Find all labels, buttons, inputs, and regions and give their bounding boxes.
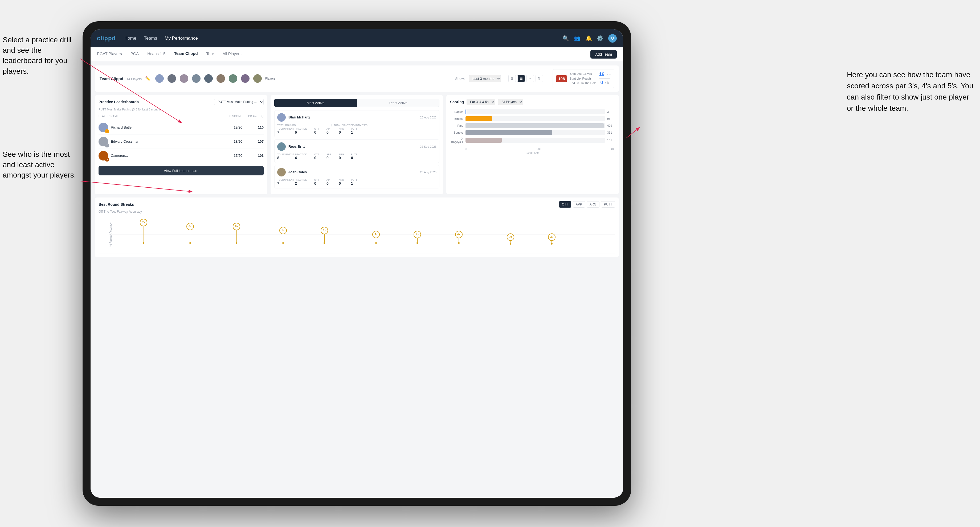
- pc2-arg-col: ARG 0: [339, 153, 349, 160]
- shot-details: Shot Dist: 16 yds Start Lie: Rough End L…: [570, 71, 596, 86]
- practice-leaderboards-panel: Practice Leaderboards PUTT Must Make Put…: [95, 95, 267, 194]
- pc3-arg-col: ARG 0: [339, 179, 349, 186]
- pc-name-3: Josh Coles: [288, 170, 417, 174]
- top-nav: clippd Home Teams My Performance 🔍 👥 🔔 ⚙…: [91, 29, 623, 48]
- birdies-track: [466, 116, 605, 121]
- ipad-screen: clippd Home Teams My Performance 🔍 👥 🔔 ⚙…: [91, 29, 623, 498]
- pc3-app-col: APP 0: [326, 179, 337, 186]
- pars-value: 499: [607, 124, 615, 127]
- left-bottom-annotation: See who is the most and least active amo…: [3, 149, 77, 181]
- player-avatar-9: [253, 74, 262, 83]
- bar-row-eagles: Eagles 3: [450, 110, 615, 114]
- lb-row-1: 1 Richard Butler 19/20 110: [99, 121, 264, 135]
- lb-panel-title: Practice Leaderboards: [99, 100, 139, 104]
- eagles-track: [466, 110, 605, 114]
- nav-teams[interactable]: Teams: [144, 36, 157, 41]
- pc-date-1: 26 Aug 2023: [420, 116, 436, 119]
- avatar[interactable]: U: [608, 34, 617, 43]
- nav-home[interactable]: Home: [124, 36, 136, 41]
- subnav-team-clippd[interactable]: Team Clippd: [174, 51, 198, 57]
- lb-table-header: PLAYER NAME PB SCORE PB AVG SQ: [99, 114, 264, 119]
- player-filter-select[interactable]: All Players: [498, 99, 523, 105]
- activity-player-3: Josh Coles 26 Aug 2023 Tournament 7 Prac…: [274, 165, 439, 189]
- lb-avg-1: 110: [242, 125, 264, 129]
- bubble-6: 4x: [372, 231, 380, 244]
- pc3-practice-col: Practice 2: [295, 179, 311, 186]
- lb-row-3: 3 Cameron... 17/20 103: [99, 149, 264, 163]
- player-avatar-6: [216, 74, 226, 83]
- activity-tabs: Most Active Least Active: [274, 99, 439, 107]
- sort-view-btn[interactable]: ⇅: [536, 75, 543, 82]
- team-header: Team Clippd 14 Players ✏️ Players Sh: [95, 65, 619, 92]
- pc-ott-col: OTT 0: [314, 127, 325, 135]
- lb-badge-gold: 1: [105, 129, 109, 133]
- pc-avatar-1: [277, 113, 286, 122]
- lb-avatar-2: 2: [99, 137, 108, 146]
- lb-score-3: 17/20: [221, 154, 242, 157]
- team-info: Team Clippd 14 Players ✏️: [100, 76, 151, 81]
- people-icon[interactable]: 👥: [574, 35, 581, 41]
- pc3-tournament-col: Tournament 7: [277, 179, 293, 186]
- pc-app-col: APP 0: [326, 127, 337, 135]
- drill-select[interactable]: PUTT Must Make Putting ...: [214, 99, 264, 105]
- ipad-frame: clippd Home Teams My Performance 🔍 👥 🔔 ⚙…: [83, 21, 631, 506]
- subnav-hcaps[interactable]: Hcaps 1-5: [147, 51, 165, 57]
- view-full-leaderboard-btn[interactable]: View Full Leaderboard: [99, 166, 264, 175]
- streak-tab-app[interactable]: APP: [573, 201, 585, 208]
- lb-badge-bronze: 3: [105, 157, 109, 162]
- streak-tab-ott[interactable]: OTT: [559, 201, 571, 208]
- subnav-pgat[interactable]: PGAT Players: [97, 51, 122, 57]
- lb-avatar-3: 3: [99, 151, 108, 160]
- lb-name-2: Edward Crossman: [111, 140, 139, 143]
- list-view-btn[interactable]: ☰: [517, 75, 525, 82]
- show-period-select[interactable]: Last 3 months: [469, 75, 501, 82]
- settings-icon[interactable]: ⚙️: [597, 35, 603, 41]
- streak-tab-putt[interactable]: PUTT: [601, 201, 615, 208]
- main-content: Team Clippd 14 Players ✏️ Players Sh: [91, 61, 623, 498]
- nav-icons: 🔍 👥 🔔 ⚙️ U: [562, 34, 617, 43]
- search-icon[interactable]: 🔍: [562, 35, 569, 41]
- bubble-4: 5x: [279, 227, 287, 244]
- lb-badge-silver: 2: [105, 143, 109, 148]
- subnav-pga[interactable]: PGA: [130, 51, 139, 57]
- nav-my-performance[interactable]: My Performance: [165, 36, 198, 41]
- streaks-panel: Best Round Streaks OTT APP ARG PUTT Off …: [95, 197, 619, 257]
- pars-label: Pars: [450, 124, 463, 127]
- grid-view-btn[interactable]: ⊞: [508, 75, 516, 82]
- bubble-7: 4x: [414, 231, 421, 244]
- pc-total-practice: Total Practice Activities: [334, 124, 383, 126]
- bubble-5: 5x: [321, 227, 328, 244]
- player-avatar-8: [240, 74, 250, 83]
- pc3-ott-col: OTT 0: [314, 179, 325, 186]
- lb-subtitle: PUTT Must Make Putting (3-6 ft), Last 3 …: [99, 108, 264, 111]
- par-filter-select[interactable]: Par 3, 4 & 5s: [466, 99, 495, 105]
- bogeys-value: 311: [607, 131, 615, 134]
- edit-team-icon[interactable]: ✏️: [145, 76, 151, 81]
- subnav-tour[interactable]: Tour: [206, 51, 214, 57]
- streak-tab-arg[interactable]: ARG: [587, 201, 600, 208]
- left-top-annotation: Select a practice drill and see the lead…: [3, 35, 77, 76]
- right-annotation: Here you can see how the team have score…: [847, 69, 975, 114]
- most-active-tab[interactable]: Most Active: [274, 99, 357, 107]
- shot-panel: 198 Shot Dist: 16 yds Start Lie: Rough E…: [552, 69, 614, 88]
- show-label: Show:: [455, 77, 465, 81]
- pc-total-rounds: Total Rounds: [277, 124, 311, 126]
- lb-name-3: Cameron...: [111, 154, 128, 157]
- add-team-button[interactable]: Add Team: [590, 50, 617, 59]
- lb-score-1: 19/20: [221, 125, 242, 129]
- view-icons: ⊞ ☰ ≡ ⇅: [508, 75, 543, 82]
- scoring-bar-chart: Eagles 3 Birdies 96: [450, 108, 615, 147]
- team-players-row: Players: [155, 74, 275, 83]
- subnav-all-players[interactable]: All Players: [223, 51, 242, 57]
- least-active-tab[interactable]: Least Active: [357, 99, 439, 107]
- content-grid: Practice Leaderboards PUTT Must Make Put…: [95, 95, 619, 194]
- bell-icon[interactable]: 🔔: [585, 35, 592, 41]
- bubble-2: 6x: [186, 223, 194, 244]
- activity-player-2: Rees Britt 02 Sep 2023 Tournament 8 Prac…: [274, 140, 439, 163]
- birdies-label: Birdies: [450, 117, 463, 120]
- detail-view-btn[interactable]: ≡: [527, 75, 534, 82]
- pc-header-2: Rees Britt 02 Sep 2023: [277, 142, 436, 151]
- pc2-app-col: APP 0: [326, 153, 337, 160]
- scoring-title: Scoring: [450, 100, 464, 104]
- players-label: Players: [265, 77, 275, 80]
